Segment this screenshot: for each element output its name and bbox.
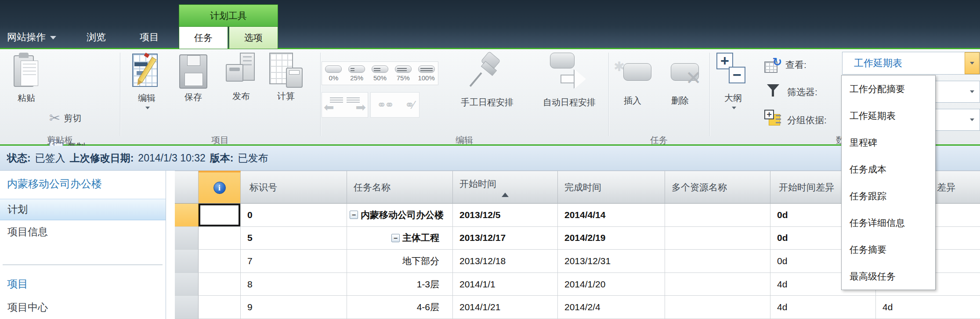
grid-cell-info[interactable] <box>199 273 241 296</box>
group-by-combobox-dropdown-button[interactable] <box>965 109 980 130</box>
grid-cell-finish[interactable]: 2014/2/4 <box>558 296 665 319</box>
site-actions-menu[interactable]: 网站操作 <box>7 31 56 44</box>
view-menu-item[interactable]: 最高级任务 <box>842 263 935 290</box>
grid-cell-id[interactable]: 9 <box>241 296 347 319</box>
view-icon: ↻ <box>764 57 782 73</box>
percent-100-button[interactable]: 100% <box>415 62 438 85</box>
tab-options[interactable]: 选项 <box>229 27 278 49</box>
grid-cell-start-variance[interactable]: 4d <box>770 296 876 319</box>
outline-button[interactable]: +− 大纲 <box>715 53 751 109</box>
version-value: 已发布 <box>238 151 268 165</box>
row-selector[interactable] <box>175 296 199 319</box>
grid-cell-id[interactable]: 8 <box>241 273 347 296</box>
grid-cell-info[interactable] <box>199 296 241 319</box>
auto-schedule-button[interactable]: 自动日程安排 <box>523 52 615 108</box>
grid-cell-finish-variance[interactable]: 4d <box>876 296 980 319</box>
save-button[interactable]: 保存 <box>177 53 210 103</box>
header-id[interactable]: 标识号 <box>241 171 347 204</box>
grid-cell-start[interactable]: 2013/12/17 <box>453 227 558 250</box>
view-menu-item[interactable]: 任务跟踪 <box>842 183 935 209</box>
grid-cell-task-name[interactable]: 地下部分 <box>347 250 453 273</box>
header-info-column[interactable]: i <box>199 171 241 204</box>
project-tab[interactable]: 项目 <box>140 31 159 44</box>
grid-cell-resources[interactable] <box>665 296 770 319</box>
sidebar-item-project-center[interactable]: 项目中心 <box>7 301 48 314</box>
sidebar-item-plan[interactable]: 计划 <box>0 199 166 220</box>
percent-75-button[interactable]: 75% <box>391 62 415 85</box>
browse-tab[interactable]: 浏览 <box>87 31 106 44</box>
view-menu-item[interactable]: 工作分配摘要 <box>842 75 935 102</box>
header-start[interactable]: 开始时间 <box>453 171 558 204</box>
grid-cell-task-name[interactable]: − 主体工程 <box>347 227 453 250</box>
status-bar: 状态: 已签入 上次修改日期: 2014/1/3 10:32 版本: 已发布 <box>0 146 980 171</box>
grid-cell-resources[interactable] <box>665 227 770 250</box>
delete-task-button[interactable]: ✕ 删除 <box>662 53 698 107</box>
collapse-icon[interactable]: − <box>391 234 400 242</box>
sidebar-section-projects[interactable]: 项目 <box>7 277 28 291</box>
row-selector[interactable] <box>175 227 199 250</box>
percent-75-icon <box>395 65 412 73</box>
grid-cell-info[interactable] <box>199 227 241 250</box>
view-combobox-dropdown-button[interactable] <box>965 52 980 74</box>
unlink-tasks-icon[interactable]: ⚭∕ <box>405 98 413 112</box>
link-tasks-icon[interactable]: ⚭⚭ <box>377 98 393 112</box>
grid-cell-finish[interactable]: 2014/2/19 <box>558 227 665 250</box>
tab-task[interactable]: 任务 <box>179 27 228 49</box>
header-row-selector[interactable] <box>175 171 199 204</box>
paste-button[interactable]: 粘贴 <box>8 53 45 104</box>
publish-button[interactable]: 发布 <box>226 53 257 102</box>
grid-cell-info[interactable] <box>199 250 241 273</box>
view-menu-item[interactable]: 里程碑 <box>842 129 935 156</box>
collapse-icon[interactable]: − <box>350 211 358 219</box>
grid-cell-start[interactable]: 2013/12/18 <box>453 250 558 273</box>
percent-25-icon <box>348 65 365 73</box>
grid-cell-id[interactable]: 0 <box>241 204 347 227</box>
grid-cell-finish[interactable]: 2014/1/20 <box>558 273 665 296</box>
group-by-icon: + <box>764 110 781 126</box>
grid-cell-task-name[interactable]: 4-6层 <box>347 296 453 319</box>
grid-cell-id[interactable]: 7 <box>241 250 347 273</box>
manually-schedule-button[interactable]: 手工日程安排 <box>441 52 533 108</box>
view-menu-item[interactable]: 工作延期表 <box>842 102 935 129</box>
view-menu-item[interactable]: 任务摘要 <box>842 236 935 263</box>
grid-cell-finish[interactable]: 2013/12/31 <box>558 250 665 273</box>
sort-ascending-icon <box>502 193 509 197</box>
percent-50-icon <box>372 65 388 73</box>
grid-cell-finish[interactable]: 2014/4/14 <box>558 204 665 227</box>
grid-cell-task-name[interactable]: − 内蒙移动公司办公楼 <box>347 204 453 227</box>
calculate-button[interactable]: 计算 <box>269 53 303 102</box>
cut-button[interactable]: ✂ 剪切 <box>49 111 81 125</box>
grid-cell-task-name[interactable]: 1-3层 <box>347 273 453 296</box>
publish-icon <box>226 53 257 88</box>
percent-50-button[interactable]: 50% <box>369 62 392 85</box>
selected-cell[interactable] <box>199 204 240 226</box>
header-resources[interactable]: 多个资源名称 <box>665 171 770 204</box>
indent-icon[interactable]: ➡ <box>347 96 366 114</box>
percent-0-button[interactable]: 0% <box>322 62 345 85</box>
header-finish[interactable]: 完成时间 <box>558 171 665 204</box>
group-label-editing: 编辑 <box>320 134 608 145</box>
row-selector[interactable] <box>175 273 199 296</box>
row-selector[interactable] <box>175 204 199 227</box>
grid-cell-resources[interactable] <box>665 250 770 273</box>
grid-cell-resources[interactable] <box>665 273 770 296</box>
grid-cell-start[interactable]: 2013/12/5 <box>453 204 558 227</box>
filter-combobox-dropdown-button[interactable] <box>965 81 980 102</box>
grid-cell-start[interactable]: 2014/1/21 <box>453 296 558 319</box>
grid-cell-info[interactable] <box>199 204 241 227</box>
insert-task-button[interactable]: ✱ 插入 <box>614 53 651 107</box>
view-menu-item[interactable]: 任务成本 <box>842 156 935 183</box>
sidebar-item-project-info[interactable]: 项目信息 <box>7 225 48 239</box>
row-selector[interactable] <box>175 250 199 273</box>
view-menu-item[interactable]: 任务详细信息 <box>842 209 935 236</box>
link-box: ⚭⚭ ⚭∕ <box>370 92 419 118</box>
grid-cell-resources[interactable] <box>665 204 770 227</box>
grid-cell-id[interactable]: 5 <box>241 227 347 250</box>
outdent-icon[interactable]: ⬅ <box>324 96 343 114</box>
edit-button[interactable]: 编辑 <box>130 53 163 109</box>
grid-cell-start[interactable]: 2014/1/1 <box>453 273 558 296</box>
header-task-name[interactable]: 任务名称 <box>347 171 453 204</box>
percent-25-button[interactable]: 25% <box>345 62 369 85</box>
percent-0-icon <box>325 65 342 73</box>
view-combobox[interactable]: 工作延期表 <box>842 52 980 75</box>
